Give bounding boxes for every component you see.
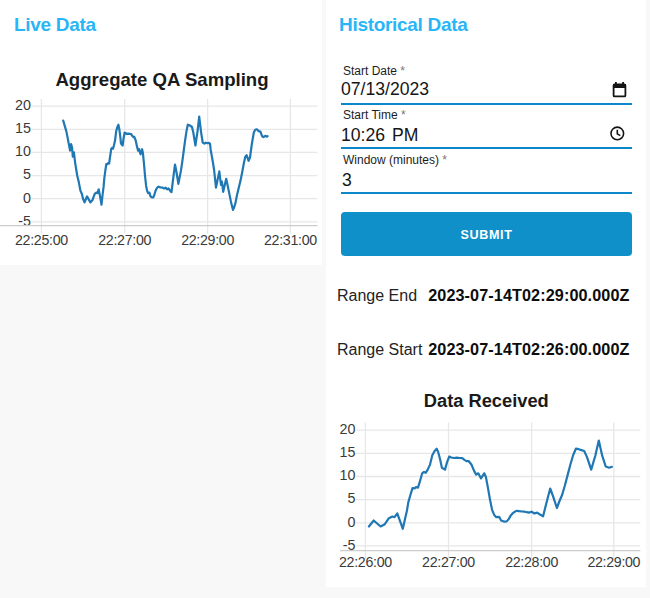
- svg-text:10: 10: [15, 143, 31, 159]
- svg-text:22:25:00: 22:25:00: [15, 232, 68, 248]
- svg-text:20: 20: [340, 421, 356, 437]
- svg-text:22:26:00: 22:26:00: [339, 554, 392, 570]
- svg-text:22:28:00: 22:28:00: [505, 554, 558, 570]
- svg-text:Aggregate QA Sampling: Aggregate QA Sampling: [55, 69, 268, 90]
- svg-text:20: 20: [15, 97, 31, 113]
- svg-text:10: 10: [340, 467, 356, 483]
- svg-text:22:29:00: 22:29:00: [181, 232, 234, 248]
- svg-text:22:29:00: 22:29:00: [587, 554, 640, 570]
- svg-text:0: 0: [348, 514, 356, 530]
- svg-text:22:27:00: 22:27:00: [98, 232, 151, 248]
- svg-text:0: 0: [23, 190, 31, 206]
- svg-text:22:31:00: 22:31:00: [264, 232, 317, 248]
- svg-text:5: 5: [348, 490, 356, 506]
- svg-text:Data Received: Data Received: [424, 390, 549, 411]
- svg-text:22:27:00: 22:27:00: [422, 554, 475, 570]
- svg-text:15: 15: [340, 444, 356, 460]
- svg-text:15: 15: [15, 120, 31, 136]
- svg-text:5: 5: [23, 166, 31, 182]
- svg-text:-5: -5: [18, 213, 31, 229]
